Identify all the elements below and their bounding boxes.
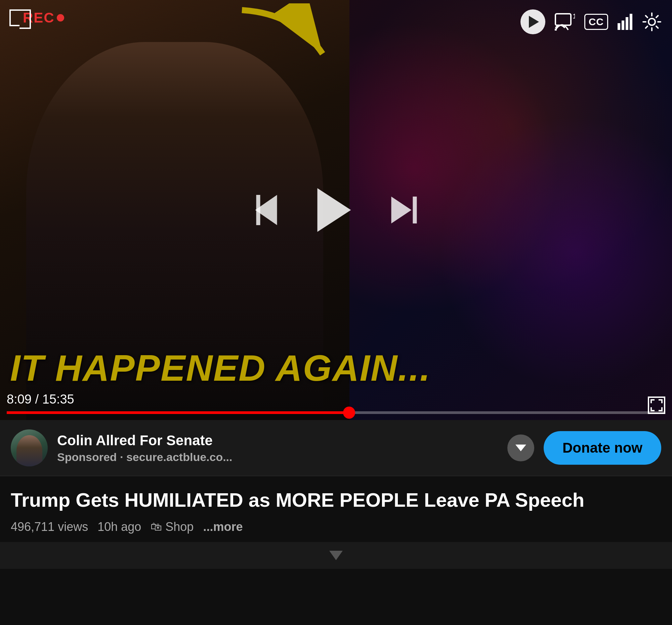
arrow-annotation bbox=[235, 3, 336, 71]
chevron-down-icon bbox=[515, 444, 526, 451]
video-player[interactable]: REC 11 bbox=[0, 0, 672, 420]
video-title: Trump Gets HUMILIATED as MORE PEOPLE Lea… bbox=[11, 488, 661, 512]
view-count: 496,711 views bbox=[11, 520, 88, 534]
settings-button[interactable] bbox=[642, 12, 662, 32]
bottom-hint bbox=[0, 542, 672, 569]
bar-2 bbox=[622, 21, 624, 30]
avatar-image bbox=[11, 429, 48, 466]
upload-time: 10h ago bbox=[97, 520, 141, 534]
top-controls: 110 CC bbox=[521, 9, 662, 34]
progress-thumb[interactable] bbox=[343, 407, 355, 419]
rec-bracket bbox=[9, 9, 20, 26]
play-button[interactable] bbox=[317, 188, 351, 232]
shop-link[interactable]: 🛍 Shop bbox=[150, 520, 194, 534]
rec-dot bbox=[57, 14, 64, 22]
svg-text:110: 110 bbox=[573, 13, 575, 20]
next-bar bbox=[413, 197, 417, 223]
ad-channel-name: Colin Allred For Senate bbox=[57, 432, 498, 449]
time-display: 8:09 / 15:35 bbox=[7, 392, 74, 407]
bar-3 bbox=[626, 17, 628, 30]
center-controls bbox=[255, 188, 417, 232]
time-separator: / bbox=[35, 392, 42, 406]
play-triangle-icon bbox=[529, 16, 539, 28]
cc-label: CC bbox=[584, 14, 608, 30]
cast-icon: 110 bbox=[555, 13, 575, 30]
progress-fill bbox=[7, 411, 349, 414]
bar-1 bbox=[618, 23, 620, 30]
fullscreen-icon bbox=[650, 399, 663, 411]
total-time: 15:35 bbox=[42, 392, 74, 406]
video-info: Trump Gets HUMILIATED as MORE PEOPLE Lea… bbox=[0, 476, 672, 542]
arrow-svg bbox=[235, 3, 336, 71]
video-meta: 496,711 views 10h ago 🛍 Shop ...more bbox=[11, 520, 661, 534]
video-text-overlay: IT HAPPENED AGAIN... bbox=[0, 350, 672, 386]
battery-indicator bbox=[618, 14, 632, 30]
ad-sponsored-label: Sponsored bbox=[57, 451, 117, 463]
ad-dot: · bbox=[120, 451, 126, 463]
cc-button[interactable]: CC bbox=[584, 14, 608, 30]
cast-button[interactable]: 110 bbox=[555, 13, 575, 30]
video-bottom-bar: 8:09 / 15:35 bbox=[0, 392, 672, 420]
bar-4 bbox=[630, 14, 632, 30]
avatar-person bbox=[17, 435, 42, 467]
svg-rect-1 bbox=[555, 14, 571, 25]
more-button[interactable]: ...more bbox=[203, 520, 243, 534]
next-icon bbox=[391, 197, 412, 223]
shop-label: Shop bbox=[165, 520, 194, 534]
ad-info: Colin Allred For Senate Sponsored · secu… bbox=[57, 432, 498, 464]
svg-point-4 bbox=[648, 19, 655, 25]
settings-icon bbox=[642, 12, 662, 32]
play-icon bbox=[317, 188, 351, 232]
play-circle-button[interactable] bbox=[521, 9, 545, 34]
next-button[interactable] bbox=[391, 197, 417, 223]
progress-bar[interactable] bbox=[7, 411, 665, 414]
rec-indicator: REC bbox=[9, 9, 64, 26]
scroll-down-icon bbox=[329, 551, 343, 560]
current-time: 8:09 bbox=[7, 392, 31, 406]
previous-button[interactable] bbox=[255, 195, 277, 225]
play-circle bbox=[521, 9, 545, 34]
battery-bars bbox=[618, 14, 632, 30]
ad-url: secure.actblue.co... bbox=[126, 451, 233, 463]
ad-avatar bbox=[11, 429, 48, 466]
overlay-text: IT HAPPENED AGAIN... bbox=[10, 350, 662, 386]
ad-subtitle: Sponsored · secure.actblue.co... bbox=[57, 451, 498, 464]
donate-button[interactable]: Donate now bbox=[544, 431, 661, 465]
ad-section: Colin Allred For Senate Sponsored · secu… bbox=[0, 420, 672, 476]
prev-icon bbox=[255, 195, 277, 225]
shop-icon: 🛍 bbox=[150, 520, 162, 533]
ad-expand-button[interactable] bbox=[507, 434, 534, 461]
